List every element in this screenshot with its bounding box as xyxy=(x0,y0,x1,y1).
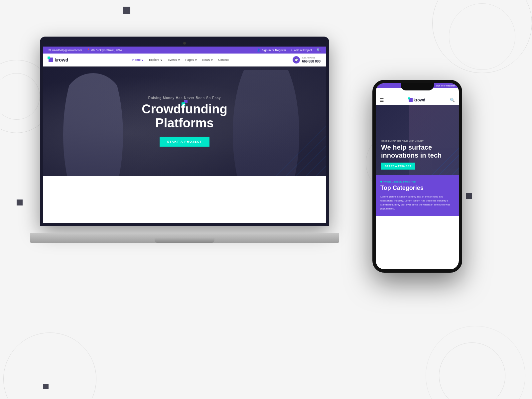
user-icon: 👤 xyxy=(257,49,260,52)
svg-line-7 xyxy=(446,162,459,175)
hero-content: Raising Money Has Never Been So Easy Cro… xyxy=(142,96,227,147)
call-icon: 💬 xyxy=(293,56,300,64)
phone-category-title: Top Categories xyxy=(380,185,454,192)
nav-news[interactable]: News ∨ xyxy=(202,58,213,62)
nav-home[interactable]: Home ∨ xyxy=(132,58,144,62)
phone-category-text: Lorem Ipsum is simply dummy text of the … xyxy=(380,195,454,211)
start-project-button[interactable]: START A PROJECT xyxy=(160,137,209,147)
location-icon: 📍 xyxy=(87,49,90,52)
hamburger-icon[interactable]: ☰ xyxy=(380,97,384,103)
svg-line-0 xyxy=(276,126,326,176)
call-label: Call Anytime xyxy=(302,56,321,59)
phone-hero-subtitle: Raising Money Has Never Been So Easy xyxy=(381,140,454,142)
logo-text: krowd xyxy=(55,57,68,63)
email-item: ✉ needhelp@krowd.com xyxy=(49,49,82,52)
laptop-body: ✉ needhelp@krowd.com 📍 66 Broklyn Street… xyxy=(40,37,329,226)
site-logo[interactable]: krowd xyxy=(49,57,68,63)
svg-line-3 xyxy=(306,156,326,176)
phone-logo[interactable]: krowd xyxy=(409,98,425,102)
nav-explore[interactable]: Explore ∨ xyxy=(149,58,163,62)
address-item: 📍 66 Broklyn Street, USA xyxy=(87,49,122,52)
person-1 xyxy=(63,73,123,176)
hero-title: Crowdfunding Platforms xyxy=(142,102,227,130)
topbar-left: ✉ needhelp@krowd.com 📍 66 Broklyn Street… xyxy=(49,49,122,52)
hero-diagonal-lines xyxy=(243,110,326,176)
phone-categories: Which Category Intrest You Top Categorie… xyxy=(376,175,459,216)
add-project-item[interactable]: + Add a Project xyxy=(291,49,312,52)
nav-contact[interactable]: Contact xyxy=(218,58,229,62)
phone-device: Sign in or Register ☰ krowd 🔍 xyxy=(372,80,462,273)
topbar-right: 👤 Sign in or Register + Add a Project 🔍 xyxy=(257,48,321,52)
phone-body: Sign in or Register ☰ krowd 🔍 xyxy=(372,80,462,273)
svg-line-1 xyxy=(286,136,326,176)
email-icon: ✉ xyxy=(49,49,51,52)
nav-pages[interactable]: Pages ∨ xyxy=(186,58,197,62)
laptop-base xyxy=(30,233,339,243)
svg-line-4 xyxy=(316,166,326,176)
phone-category-subtitle-text: Which Category Intrest You xyxy=(383,180,416,183)
topbar-add-project: Add a Project xyxy=(294,49,312,52)
phone-signin-text[interactable]: Sign in or Register xyxy=(436,84,455,87)
phone-category-subtitle: Which Category Intrest You xyxy=(380,180,454,183)
svg-line-8 xyxy=(452,168,459,175)
phone-search-icon[interactable]: 🔍 xyxy=(450,98,455,102)
topbar-address: 66 Broklyn Street, USA xyxy=(91,49,122,52)
phone-hero-title: We help surface innovations in tech xyxy=(381,143,454,159)
call-info: Call Anytime 666 888 000 xyxy=(302,56,321,64)
laptop-device: ✉ needhelp@krowd.com 📍 66 Broklyn Street… xyxy=(40,37,329,243)
topbar-email: needhelp@krowd.com xyxy=(52,49,82,52)
search-icon[interactable]: 🔍 xyxy=(317,48,321,52)
site-nav: krowd Home ∨ Explore ∨ Events ∨ Pages ∨ … xyxy=(43,54,326,66)
call-number: 666 888 000 xyxy=(302,59,321,64)
nav-events[interactable]: Events ∨ xyxy=(168,58,180,62)
phone-screen: Sign in or Register ☰ krowd 🔍 xyxy=(376,83,459,269)
nav-links: Home ∨ Explore ∨ Events ∨ Pages ∨ News ∨… xyxy=(132,58,229,62)
laptop-foot xyxy=(155,238,214,243)
svg-line-2 xyxy=(296,146,326,176)
category-dot xyxy=(380,181,382,183)
hero-subtitle: Raising Money Has Never Been So Easy xyxy=(142,96,227,100)
phone-logo-icon xyxy=(409,98,413,102)
logo-icon xyxy=(49,58,53,62)
plus-icon: + xyxy=(291,49,293,52)
phone-logo-text: krowd xyxy=(414,98,425,102)
laptop-screen: ✉ needhelp@krowd.com 📍 66 Broklyn Street… xyxy=(43,47,326,223)
laptop-camera xyxy=(183,42,186,45)
phone-topbar: ☰ krowd 🔍 xyxy=(376,88,459,105)
site-topbar: ✉ needhelp@krowd.com 📍 66 Broklyn Street… xyxy=(43,47,326,54)
signin-item[interactable]: 👤 Sign in or Register xyxy=(257,49,286,52)
site-hero: Raising Money Has Never Been So Easy Cro… xyxy=(43,66,326,176)
phone-start-project-button[interactable]: START A PROJECT xyxy=(381,163,415,170)
phone-hero: Raising Money Has Never Been So Easy We … xyxy=(376,105,459,175)
topbar-signin: Sign in or Register xyxy=(262,49,286,52)
phone-notch xyxy=(401,83,434,90)
call-anytime: 💬 Call Anytime 666 888 000 xyxy=(293,56,321,64)
